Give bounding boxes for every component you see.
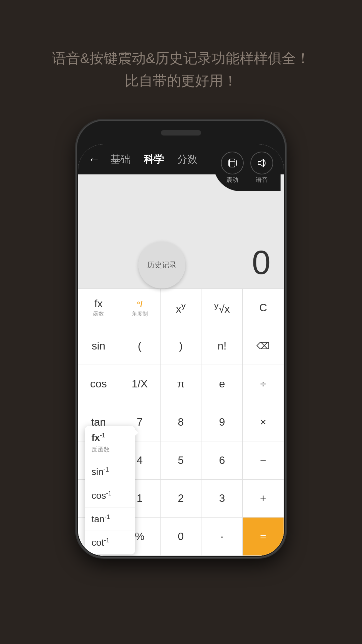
key-label: y√x (214, 301, 230, 315)
key-cos-2-0[interactable]: cos (78, 365, 119, 403)
key-label: = (260, 530, 266, 543)
key-label: − (260, 454, 266, 467)
key-label: sin (92, 340, 105, 352)
popup-menu: fx-1反函数sin-1cos-1tan-1cot-1 (85, 426, 135, 554)
key-label: ÷ (260, 378, 266, 390)
svg-rect-0 (230, 159, 235, 167)
phone-frame: ← 基础 科学 分数 震动 (77, 121, 285, 557)
key-label: 6 (219, 454, 225, 467)
key-6-4-3[interactable]: 6 (201, 441, 243, 480)
vibrate-button[interactable]: 震动 (221, 152, 244, 184)
popup-tail (131, 426, 138, 439)
key-label: ⌫ (256, 340, 270, 352)
key--6-3[interactable]: · (201, 518, 243, 556)
phone-speaker (161, 130, 201, 136)
key-label: × (260, 416, 266, 428)
key--1-2[interactable]: ) (161, 327, 202, 365)
sound-icon (250, 152, 273, 174)
svg-marker-4 (258, 159, 263, 167)
key-8-3-2[interactable]: 8 (161, 403, 202, 441)
key-sublabel: 角度制 (132, 311, 148, 318)
key-2-5-2[interactable]: 2 (161, 480, 202, 518)
key-label: 2 (178, 492, 184, 504)
top-overlay: 震动 语音 (214, 144, 281, 191)
sound-label: 语音 (256, 176, 268, 184)
key-0-6-2[interactable]: 0 (161, 518, 202, 556)
key-label: 5 (178, 454, 184, 467)
tab-science[interactable]: 科学 (144, 153, 164, 166)
key--6-4[interactable]: = (243, 518, 284, 556)
key-label: 4 (137, 454, 143, 467)
key-5-4-2[interactable]: 5 (161, 441, 202, 480)
key-label: fx (94, 298, 103, 310)
key-label: xy (176, 301, 186, 315)
key-label: 1 (137, 492, 143, 504)
tab-basic[interactable]: 基础 (110, 153, 130, 166)
popup-item-2[interactable]: cos-1 (85, 484, 135, 507)
history-button[interactable]: 历史记录 (138, 241, 185, 288)
promo-line2: 比自带的更好用！ (20, 69, 342, 92)
popup-item-0[interactable]: fx-1反函数 (85, 426, 135, 460)
key-x-0-2[interactable]: xy (161, 289, 202, 327)
display-value: 0 (252, 243, 270, 282)
key--4-4[interactable]: − (243, 441, 284, 480)
key-label: cos (90, 378, 107, 390)
vibrate-label: 震动 (226, 176, 238, 184)
promo-text: 语音&按键震动&历史记录功能样样俱全！ 比自带的更好用！ (0, 47, 362, 92)
key-1X-2-1[interactable]: 1/X (119, 365, 161, 403)
key-label: e (219, 378, 225, 390)
key--2-4[interactable]: ÷ (243, 365, 284, 403)
popup-item-1[interactable]: sin-1 (85, 460, 135, 484)
key-label: 3 (219, 492, 225, 504)
key-label: 8 (178, 416, 184, 428)
key-C-0-4[interactable]: C (243, 289, 284, 327)
promo-line1: 语音&按键震动&历史记录功能样样俱全！ (20, 47, 342, 69)
key-label: °/ (137, 298, 142, 310)
key-n-1-3[interactable]: n! (201, 327, 243, 365)
key-label: + (260, 492, 266, 504)
key-sin-1-0[interactable]: sin (78, 327, 119, 365)
key-e-2-3[interactable]: e (201, 365, 243, 403)
popup-item-4[interactable]: cot-1 (85, 531, 135, 554)
key--3-4[interactable]: × (243, 403, 284, 441)
key-x-0-3[interactable]: y√x (201, 289, 243, 327)
tab-fraction[interactable]: 分数 (177, 153, 197, 166)
key-label: ( (138, 340, 141, 352)
history-label: 历史记录 (147, 260, 177, 270)
key-label: · (221, 530, 224, 543)
key--5-4[interactable]: + (243, 480, 284, 518)
key-label: 0 (178, 530, 184, 543)
key--2-2[interactable]: π (161, 365, 202, 403)
popup-item-3[interactable]: tan-1 (85, 507, 135, 531)
key-3-5-3[interactable]: 3 (201, 480, 243, 518)
back-button[interactable]: ← (88, 152, 100, 166)
phone-screen: ← 基础 科学 分数 震动 (78, 144, 284, 556)
key-fx-0-0[interactable]: fx函数 (78, 289, 119, 327)
key-label: C (259, 302, 267, 314)
key-sublabel: 函数 (93, 311, 104, 318)
key--0-1[interactable]: °/角度制 (119, 289, 161, 327)
key-label: 9 (219, 416, 225, 428)
key-label: % (135, 530, 144, 543)
key-9-3-3[interactable]: 9 (201, 403, 243, 441)
key-label: π (177, 378, 184, 390)
key-label: 1/X (132, 378, 148, 390)
key--1-4[interactable]: ⌫ (243, 327, 284, 365)
key--1-1[interactable]: ( (119, 327, 161, 365)
key-label: n! (218, 340, 227, 352)
key-label: ) (179, 340, 183, 352)
sound-button[interactable]: 语音 (250, 152, 273, 184)
vibrate-icon (221, 152, 244, 174)
